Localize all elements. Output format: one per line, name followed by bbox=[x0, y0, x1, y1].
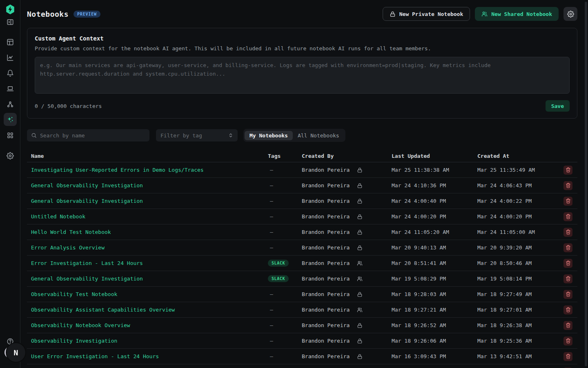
new-shared-notebook-label: New Shared Notebook bbox=[491, 11, 552, 17]
tab-my-notebooks[interactable]: My Notebooks bbox=[245, 131, 293, 140]
creator-name: Brandon Pereira bbox=[302, 307, 350, 313]
created-by-cell: Brandon Pereira bbox=[302, 276, 392, 282]
created-at-cell: Mar 24 4:00:22 PM bbox=[477, 198, 559, 204]
lock-icon bbox=[357, 198, 363, 204]
trash-icon bbox=[566, 167, 571, 173]
col-last-updated: Last Updated bbox=[392, 153, 477, 159]
table-row[interactable]: Error Investigation - Last 24 Hours SLAC… bbox=[27, 256, 577, 271]
delete-notebook-button[interactable] bbox=[564, 305, 572, 314]
tag-badge: SLACK bbox=[268, 260, 289, 267]
apps-grid-icon[interactable] bbox=[6, 131, 14, 139]
created-at-cell: Mar 20 9:39:20 AM bbox=[477, 245, 559, 251]
created-at-cell: Mar 20 8:50:46 AM bbox=[477, 260, 559, 266]
tag-cell: — bbox=[268, 322, 302, 328]
table-row[interactable] bbox=[27, 364, 577, 368]
table-row[interactable]: Observability Investigation — Brandon Pe… bbox=[27, 333, 577, 349]
notebook-name-link[interactable]: Untitled Notebook bbox=[31, 213, 85, 220]
col-created-by: Created By bbox=[302, 153, 392, 159]
search-input[interactable] bbox=[40, 132, 145, 139]
created-by-cell: Brandon Pereira bbox=[302, 229, 392, 235]
notebook-name-link[interactable]: General Observability Investigation bbox=[31, 276, 143, 282]
notebook-name-link[interactable]: Observability Notebook Overview bbox=[31, 322, 130, 328]
delete-notebook-button[interactable] bbox=[564, 290, 572, 299]
table-body: Investigating User-Reported Errors in De… bbox=[27, 162, 577, 368]
created-by-cell: Brandon Pereira bbox=[302, 307, 392, 313]
user-badge[interactable]: N bbox=[7, 343, 25, 362]
lock-icon bbox=[357, 354, 363, 359]
notebook-name-link[interactable]: Observability Test Notebook bbox=[31, 291, 117, 297]
last-updated-cell: Mar 18 9:26:52 AM bbox=[392, 322, 477, 328]
flow-nodes-icon[interactable] bbox=[6, 100, 14, 108]
tag-dash: — bbox=[268, 307, 273, 313]
table-icon[interactable] bbox=[6, 38, 14, 46]
table-row[interactable]: User Error Investigation - Last 24 Hours… bbox=[27, 349, 577, 364]
table-row[interactable]: Untitled Notebook — Brandon Pereira Mar … bbox=[27, 209, 577, 224]
lock-icon bbox=[390, 11, 396, 17]
table-row[interactable]: General Observability Investigation — Br… bbox=[27, 178, 577, 193]
last-updated-cell: Mar 16 3:09:43 PM bbox=[392, 353, 477, 359]
new-shared-notebook-button[interactable]: New Shared Notebook bbox=[475, 7, 559, 21]
delete-notebook-button[interactable] bbox=[564, 228, 572, 237]
created-by-cell: Brandon Pereira bbox=[302, 260, 392, 266]
notebook-name-link[interactable]: Observability Investigation bbox=[31, 338, 117, 344]
notebook-name-link[interactable]: General Observability Investigation bbox=[31, 182, 143, 188]
notebook-name-link[interactable]: Error Analysis Overview bbox=[31, 245, 105, 251]
notebook-name-link[interactable]: Investigating User-Reported Errors in De… bbox=[31, 167, 204, 173]
notebook-name-link[interactable]: User Error Investigation - Last 24 Hours bbox=[31, 353, 159, 359]
search-box[interactable] bbox=[27, 129, 149, 141]
trash-icon bbox=[566, 245, 571, 250]
tag-dash: — bbox=[268, 338, 273, 344]
tag-cell: SLACK bbox=[268, 260, 302, 267]
table-row[interactable]: Hello World Test Notebook — Brandon Pere… bbox=[27, 224, 577, 240]
table-row[interactable]: General Observability Investigation — Br… bbox=[27, 193, 577, 209]
notebook-name-link[interactable]: Observability Assistant Capabilities Ove… bbox=[31, 307, 175, 313]
table-row[interactable]: Error Analysis Overview — Brandon Pereir… bbox=[27, 240, 577, 256]
table-row[interactable]: Observability Assistant Capabilities Ove… bbox=[27, 302, 577, 318]
delete-notebook-button[interactable] bbox=[564, 243, 572, 252]
tag-filter-select[interactable]: Filter by tag bbox=[156, 129, 238, 141]
metrics-chart-icon[interactable] bbox=[6, 54, 14, 62]
tag-cell: — bbox=[268, 245, 302, 251]
page-header: Notebooks PREVIEW New Private Notebook N… bbox=[27, 7, 577, 21]
creator-name: Brandon Pereira bbox=[302, 167, 350, 173]
settings-gear-icon[interactable] bbox=[6, 152, 14, 160]
table-row[interactable]: Observability Test Notebook — Brandon Pe… bbox=[27, 287, 577, 302]
delete-notebook-button[interactable] bbox=[564, 181, 572, 190]
agent-context-textarea[interactable] bbox=[35, 57, 570, 94]
delete-notebook-button[interactable] bbox=[564, 337, 572, 346]
app-logo-icon[interactable] bbox=[5, 4, 16, 15]
table-row[interactable]: General Observability Investigation SLAC… bbox=[27, 271, 577, 287]
notebook-name-link[interactable]: Error Investigation - Last 24 Hours bbox=[31, 260, 143, 266]
panel-toggle-icon[interactable] bbox=[6, 18, 14, 26]
tag-dash: — bbox=[268, 291, 273, 297]
scrollbar[interactable] bbox=[585, 2, 587, 366]
filters-bar: Filter by tag My Notebooks All Notebooks bbox=[27, 129, 577, 142]
ai-sparkle-icon[interactable] bbox=[4, 113, 17, 126]
notebook-settings-button[interactable] bbox=[564, 7, 577, 21]
bell-icon[interactable] bbox=[6, 69, 14, 77]
tag-cell: — bbox=[268, 167, 302, 173]
col-name: Name bbox=[31, 153, 268, 159]
delete-notebook-button[interactable] bbox=[564, 352, 572, 361]
delete-notebook-button[interactable] bbox=[564, 259, 572, 268]
delete-notebook-button[interactable] bbox=[564, 321, 572, 330]
notebook-name-link[interactable]: General Observability Investigation bbox=[31, 198, 143, 204]
delete-notebook-button[interactable] bbox=[564, 197, 572, 206]
created-by-cell: Brandon Pereira bbox=[302, 245, 392, 251]
notebook-name-link[interactable]: Hello World Test Notebook bbox=[31, 229, 111, 235]
save-button[interactable]: Save bbox=[546, 100, 570, 112]
delete-notebook-button[interactable] bbox=[564, 166, 572, 175]
table-row[interactable]: Investigating User-Reported Errors in De… bbox=[27, 162, 577, 178]
table-row[interactable]: Observability Notebook Overview — Brando… bbox=[27, 318, 577, 333]
lock-icon bbox=[357, 183, 363, 188]
tab-all-notebooks[interactable]: All Notebooks bbox=[293, 131, 344, 140]
users-icon bbox=[481, 11, 488, 17]
card-title: Custom Agent Context bbox=[35, 35, 570, 42]
new-private-notebook-button[interactable]: New Private Notebook bbox=[383, 7, 470, 21]
delete-notebook-button[interactable] bbox=[564, 274, 572, 283]
delete-notebook-button[interactable] bbox=[564, 212, 572, 221]
tag-cell: — bbox=[268, 198, 302, 204]
last-updated-cell: Mar 24 11:05:20 AM bbox=[392, 229, 477, 235]
tag-cell: SLACK bbox=[268, 275, 302, 282]
laptop-icon[interactable] bbox=[6, 85, 14, 93]
